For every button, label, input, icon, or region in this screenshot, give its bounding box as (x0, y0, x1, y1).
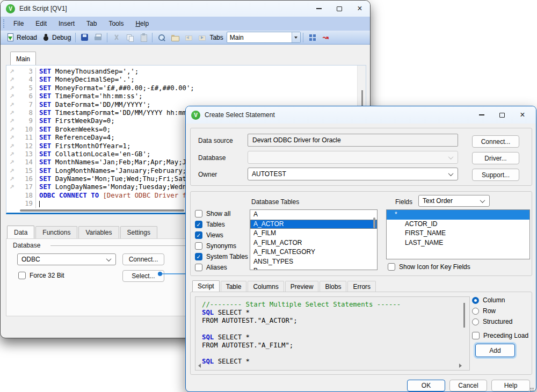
dialog-minimize-button[interactable] (471, 106, 492, 124)
ok-button[interactable]: OK (407, 380, 445, 391)
filter-checkbox-aliases[interactable]: Aliases (195, 264, 227, 271)
filter-checkbox-tables[interactable]: ✓Tables (195, 221, 225, 228)
dialog-titlebar[interactable]: V Create Select Statement × (186, 106, 536, 124)
radio-row[interactable]: Row (472, 307, 496, 315)
minimize-button[interactable] (309, 1, 329, 17)
cut-button[interactable] (110, 32, 123, 43)
generated-script-preview[interactable]: //-------- Start Multiple Select Stateme… (195, 296, 470, 371)
dialog-maximize-button[interactable] (492, 106, 512, 124)
menu-item-tab[interactable]: Tab (81, 17, 103, 31)
force-32bit-checkbox[interactable]: Force 32 Bit (18, 272, 64, 279)
dialog-tab-errors[interactable]: Errors (347, 281, 376, 292)
help-button[interactable]: Help (491, 380, 530, 391)
script-tab-main[interactable]: Main (10, 52, 36, 66)
filter-checkbox-views[interactable]: ✓Views (195, 231, 223, 239)
save-button[interactable] (78, 32, 91, 43)
dialog-tab-table[interactable]: Table (221, 281, 247, 292)
table-row[interactable]: B (250, 266, 377, 270)
demote-tab-button[interactable] (195, 32, 208, 43)
menu-item-file[interactable]: File (8, 17, 30, 31)
resize-grip[interactable] (532, 388, 534, 389)
menu-item-edit[interactable]: Edit (30, 17, 53, 31)
goto-arrow-icon: ↗ (6, 183, 17, 191)
close-button[interactable]: × (350, 1, 370, 17)
qlikview-dialog-icon: V (191, 111, 200, 120)
minimize-icon (316, 8, 322, 9)
database-group-label: Database (13, 242, 40, 249)
menu-item-tools[interactable]: Tools (103, 17, 129, 31)
cancel-button[interactable]: Cancel (449, 380, 487, 391)
toolbar-separator (75, 33, 76, 42)
code-text: SET MoneyFormat='£#,##0.00;-£#,##0.00'; (35, 84, 357, 92)
preceding-load-checkbox[interactable]: Preceding Load (472, 332, 528, 339)
database-type-combobox[interactable]: ODBC (17, 253, 116, 265)
table-row[interactable]: A_FILM_ACTOR (250, 238, 377, 248)
field-row[interactable]: * (387, 210, 529, 220)
paste-button[interactable] (136, 32, 150, 43)
field-row[interactable]: FIRST_NAME (387, 229, 529, 238)
table-row[interactable]: ANSI_TYPES (250, 257, 377, 267)
tabs-combobox-dropdown[interactable] (292, 32, 300, 42)
filter-checkbox-show-all[interactable]: Show all (195, 210, 230, 217)
dialog-tab-blobs[interactable]: Blobs (320, 281, 346, 292)
list-scrollbar-thumb[interactable] (373, 217, 375, 228)
radio-column[interactable]: Column (472, 296, 505, 304)
filter-checkbox-system-tables[interactable]: ✓System Tables (195, 253, 248, 260)
syntax-check-button[interactable]: ↝ (319, 32, 332, 43)
dialog-tab-preview[interactable]: Preview (285, 281, 319, 292)
line-number: 9 (17, 117, 35, 125)
dialog-connect-button[interactable]: Connect... (472, 135, 519, 148)
show-key-fields-checkbox[interactable]: Show Icon for Key Fields (388, 263, 470, 271)
dialog-tab-columns[interactable]: Columns (248, 281, 284, 292)
line-number: 3 (17, 68, 35, 76)
open-file-button[interactable] (168, 32, 182, 43)
dialog-tab-script[interactable]: Script (192, 280, 220, 292)
qlikview-app-icon: V (6, 4, 15, 13)
owner-combobox[interactable]: AUTOTEST (248, 168, 458, 180)
table-row[interactable]: A_ACTOR (250, 220, 377, 229)
scroll-right-icon[interactable] (459, 364, 462, 368)
table-viewer-button[interactable] (306, 32, 319, 43)
filter-checkbox-synonyms[interactable]: Synonyms (195, 242, 236, 250)
debug-button[interactable]: Debug (39, 32, 73, 43)
tab-settings[interactable]: Settings (120, 226, 157, 238)
script-scrollbar-thumb[interactable] (463, 303, 465, 328)
find-button[interactable] (155, 32, 168, 43)
add-button[interactable]: Add (475, 344, 515, 357)
menu-item-help[interactable]: Help (129, 17, 155, 31)
editor-line[interactable]: ↗6SET TimeFormat='hh:mm:ss'; (6, 92, 357, 100)
radio-structured[interactable]: Structured (472, 318, 512, 325)
menubar-grip[interactable] (3, 19, 4, 28)
tab-data[interactable]: Data (7, 226, 34, 238)
maximize-icon (337, 6, 342, 11)
database-tables-list[interactable]: AA_ACTORA_FILMA_FILM_ACTORA_FILM_CATEGOR… (250, 209, 378, 270)
maximize-button[interactable] (329, 1, 350, 17)
debug-icon (41, 33, 50, 42)
reload-button[interactable]: Reload (4, 32, 39, 43)
editor-line[interactable]: ↗5SET MoneyFormat='£#,##0.00;-£#,##0.00'… (6, 84, 357, 92)
dialog-close-button[interactable]: × (512, 106, 533, 124)
connect-button[interactable]: Connect... (122, 253, 164, 265)
field-row[interactable]: LAST_NAME (387, 238, 529, 248)
editor-line[interactable]: ↗3SET MoneyThousandSep=','; (6, 68, 357, 76)
editor-line[interactable]: ↗4SET MoneyDecimalSep='.'; (6, 76, 357, 84)
tab-variables[interactable]: Variables (78, 226, 119, 238)
promote-tab-button[interactable] (182, 32, 195, 43)
table-row[interactable]: A (250, 210, 377, 220)
driver-button[interactable]: Driver... (472, 152, 519, 164)
field-row[interactable]: ACTOR_ID (387, 220, 529, 229)
copy-button[interactable] (123, 32, 136, 43)
editor-horizontal-scrollbar[interactable] (20, 209, 184, 212)
support-button[interactable]: Support... (472, 169, 519, 181)
tab-functions[interactable]: Functions (35, 226, 77, 238)
table-row[interactable]: A_FILM_CATEGORY (250, 248, 377, 257)
field-order-combobox[interactable]: Text Order (418, 195, 490, 207)
scroll-left-icon[interactable] (198, 364, 201, 368)
menu-item-insert[interactable]: Insert (53, 17, 81, 31)
main-titlebar[interactable]: V Edit Script [QV1] × (1, 1, 370, 17)
goto-arrow-icon: ↗ (6, 175, 17, 183)
tabs-combobox[interactable]: Main (227, 32, 301, 43)
print-button[interactable] (91, 32, 105, 43)
fields-list[interactable]: *ACTOR_IDFIRST_NAMELAST_NAME (386, 209, 530, 259)
table-row[interactable]: A_FILM (250, 229, 377, 238)
